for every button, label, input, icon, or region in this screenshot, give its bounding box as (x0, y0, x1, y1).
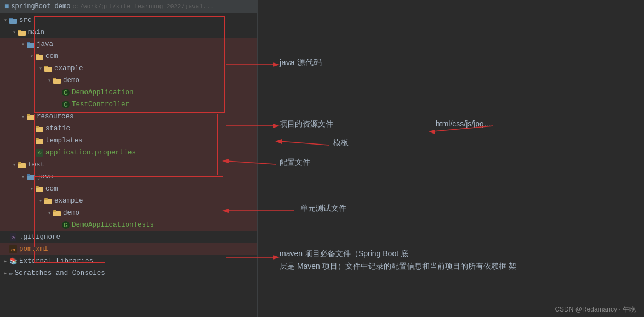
tree-arrow-Scratches and Consoles: ▸ (2, 270, 9, 276)
tree-label-TestController: TestController (72, 101, 129, 108)
tree-icon-templates (35, 136, 45, 145)
svg-rect-18 (36, 127, 43, 132)
tree-arrow-src: ▾ (2, 17, 9, 24)
tree-item-com-main[interactable]: ▾ com (0, 50, 257, 62)
tree-arrow-example-test: ▾ (37, 198, 44, 204)
tree-icon-demo-main (53, 76, 63, 85)
project-title: springBoot demo (11, 3, 70, 10)
tree-item-static[interactable]: static (0, 123, 257, 135)
resources-annotation: 项目的资源文件 (280, 119, 333, 129)
handle-label: 午晚 (623, 306, 636, 313)
tree-icon-DemoApplicationTests: G (61, 221, 72, 229)
tree-arrow-External Libraries: ▸ (2, 258, 9, 264)
svg-rect-5 (27, 42, 30, 43)
svg-rect-20 (36, 139, 43, 144)
author-label: @Redamancy (575, 306, 617, 313)
tree-item-src[interactable]: ▾ src (0, 14, 257, 26)
svg-marker-42 (273, 62, 280, 67)
tree-label-main: main (28, 28, 44, 36)
tree-icon-src (9, 16, 19, 25)
project-header[interactable]: ■ springBoot demo c:/work/git/site-learn… (0, 0, 257, 13)
tree-label-External Libraries: External Libraries (19, 257, 93, 265)
tree-label-java-test: java (37, 173, 53, 181)
csdn-label: CSDN (555, 306, 573, 313)
svg-rect-11 (53, 78, 56, 79)
tree-arrow-main: ▾ (11, 29, 18, 36)
svg-rect-9 (44, 66, 48, 67)
footer: CSDN @Redamancy · 午晚 (555, 305, 636, 314)
tree-label-gitignore: .gitignore (19, 233, 60, 241)
tree-icon-demo-test (53, 209, 63, 217)
tree-label-example-test: example (54, 197, 83, 205)
left-panel: ■ springBoot demo c:/work/git/site-learn… (0, 0, 258, 317)
svg-text:⊘: ⊘ (11, 235, 15, 240)
tree-arrow-example-main: ▾ (37, 65, 44, 72)
tree-item-java-test[interactable]: ▾ java (0, 171, 257, 183)
tree-label-DemoApplication: DemoApplication (72, 89, 134, 96)
tree-label-templates: templates (45, 137, 83, 145)
svg-rect-16 (27, 115, 35, 120)
tree-arrow-com-main: ▾ (29, 53, 35, 60)
tree-label-application.properties: application.properties (45, 149, 136, 157)
svg-rect-25 (18, 162, 21, 164)
tree-item-demo-main[interactable]: ▾ demo (0, 74, 257, 87)
svg-rect-8 (44, 67, 52, 72)
tree-icon-com-test (35, 185, 45, 193)
tree-item-External Libraries[interactable]: ▸ 📚 External Libraries (0, 255, 257, 267)
svg-rect-30 (44, 199, 52, 204)
template-annotation: 模板 (333, 138, 349, 148)
tree-label-demo-main: demo (63, 77, 79, 84)
tree-icon-test (18, 160, 28, 169)
tree-container: ▾ src▾ main▾ java▾ com▾ example▾ demo G … (0, 13, 257, 280)
svg-rect-17 (27, 114, 30, 116)
svg-rect-6 (36, 55, 43, 60)
unit-test-annotation: 单元测试文件 (300, 204, 346, 214)
tree-item-Scratches and Consoles[interactable]: ▸✏Scratches and Consoles (0, 267, 257, 279)
tree-item-example-test[interactable]: ▾ example (0, 195, 257, 207)
tree-item-resources[interactable]: ▾ resources (0, 111, 257, 123)
tree-arrow-java-main: ▾ (20, 41, 26, 48)
tree-icon-Scratches and Consoles: ✏ (9, 269, 15, 278)
java-source-annotation: java 源代码 (280, 57, 322, 68)
tree-icon-DemoApplication: G (61, 88, 72, 97)
tree-item-example-main[interactable]: ▾ example (0, 62, 257, 74)
svg-text:m: m (11, 246, 15, 252)
tree-label-example-main: example (54, 65, 83, 72)
tree-item-TestController[interactable]: G TestController (0, 99, 257, 111)
svg-marker-54 (273, 255, 280, 260)
tree-arrow-com-test: ▾ (29, 186, 35, 192)
svg-marker-46 (429, 130, 435, 134)
tree-item-pom.xml[interactable]: m pom.xml (0, 243, 257, 255)
svg-rect-2 (18, 31, 26, 36)
tree-icon-main (18, 28, 28, 37)
maven-annotation1: maven 项目必备文件（Spring Boot 底 (280, 249, 408, 259)
tree-item-test[interactable]: ▾ test (0, 159, 257, 171)
svg-rect-26 (27, 175, 35, 180)
svg-rect-19 (36, 126, 39, 128)
svg-rect-21 (36, 138, 39, 140)
tree-item-gitignore[interactable]: ⊘ .gitignore (0, 231, 257, 243)
tree-arrow-test: ▾ (11, 162, 18, 168)
tree-label-com-test: com (45, 185, 58, 193)
tree-item-com-test[interactable]: ▾ com (0, 183, 257, 195)
tree-item-java-main[interactable]: ▾ java (0, 38, 257, 50)
tree-arrow-resources: ▾ (20, 113, 26, 120)
tree-item-DemoApplicationTests[interactable]: G DemoApplicationTests (0, 219, 257, 231)
svg-rect-1 (9, 18, 13, 19)
tree-arrow-demo-test: ▾ (46, 210, 53, 216)
tree-item-templates[interactable]: templates (0, 135, 257, 147)
svg-rect-28 (36, 187, 43, 192)
tree-item-main[interactable]: ▾ main (0, 26, 257, 38)
tree-item-demo-test[interactable]: ▾ demo (0, 207, 257, 219)
tree-arrow-java-test: ▾ (20, 174, 26, 180)
tree-label-Scratches and Consoles: Scratches and Consoles (15, 269, 105, 277)
svg-marker-44 (273, 124, 280, 128)
tree-item-DemoApplication[interactable]: G DemoApplication (0, 87, 257, 99)
tree-icon-com-main (35, 52, 45, 61)
tree-icon-java-test (26, 172, 37, 181)
tree-item-application.properties[interactable]: ⚙ application.properties (0, 147, 257, 159)
tree-icon-TestController: G (61, 100, 72, 109)
tree-icon-static (35, 124, 45, 133)
svg-rect-3 (18, 30, 21, 31)
tree-arrow-demo-main: ▾ (46, 77, 53, 84)
